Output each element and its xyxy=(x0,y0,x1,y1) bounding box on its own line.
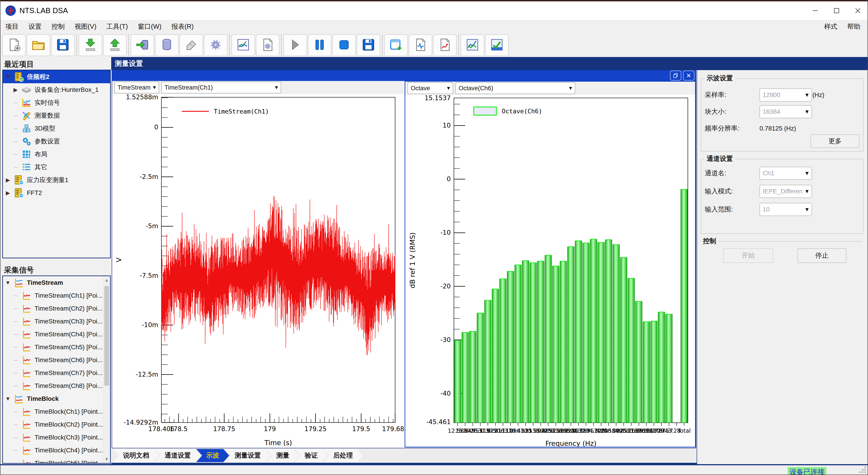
tree-item[interactable]: ─TimeStream(Ch5) [Poi... xyxy=(3,340,103,354)
svg-text:-40: -40 xyxy=(440,390,451,397)
menu-item-4[interactable]: 工具(T) xyxy=(101,20,133,33)
scroll-up-icon[interactable]: ▲ xyxy=(103,276,110,284)
doc-new-icon xyxy=(7,38,21,53)
tab-说明文档[interactable]: 说明文档 xyxy=(113,449,159,462)
svg-text:Frequency (Hz): Frequency (Hz) xyxy=(545,440,596,447)
tree-item[interactable]: ─实时信号 xyxy=(3,96,110,109)
expander-down-icon[interactable]: ▼ xyxy=(3,395,13,402)
tree-item[interactable]: ▼TimeBlock xyxy=(3,392,103,405)
expander-down-icon[interactable]: ▼ xyxy=(3,279,13,286)
scroll-down-icon[interactable]: ▼ xyxy=(103,455,110,463)
menu-item-2[interactable]: 控制 xyxy=(46,20,70,33)
report-chart-button[interactable] xyxy=(433,34,457,56)
tree-item[interactable]: ─TimeStream(Ch6) [Poi... xyxy=(3,354,103,366)
analysis-signal-select[interactable]: Octave(Ch6)▼ xyxy=(456,82,575,94)
tree-item[interactable]: ▼TimeStream xyxy=(3,276,103,289)
time-waveform-chart: 1.52588m0-2.5m-5m-7.5m-10m-12.5m-14.9292… xyxy=(112,94,405,447)
menu-item-6[interactable]: 报表(R) xyxy=(166,20,198,33)
svg-text:Time (s): Time (s) xyxy=(264,439,292,447)
tab-测量设置[interactable]: 测量设置 xyxy=(225,449,271,462)
signal-name-select[interactable]: TimeStream(Ch1)▼ xyxy=(161,82,281,93)
export-button[interactable] xyxy=(103,34,127,56)
tab-通道设置[interactable]: 通道设置 xyxy=(155,449,201,462)
close-button[interactable] xyxy=(847,1,868,20)
mdi-restore-button[interactable] xyxy=(670,70,681,81)
stop-run-button[interactable] xyxy=(332,34,356,56)
tree-item[interactable]: ─TimeStream(Ch3) [Poi... xyxy=(3,315,103,328)
save-project-button[interactable] xyxy=(51,34,74,56)
menu-item-right-0[interactable]: 样式 xyxy=(819,20,842,33)
tree-item[interactable]: ─TimeBlock(Ch5) [Point... xyxy=(3,457,103,463)
svg-text:-45.461: -45.461 xyxy=(426,418,451,426)
tree-item[interactable]: ─TimeStream(Ch4) [Poi... xyxy=(3,328,103,340)
wave-small-icon xyxy=(21,407,32,417)
sample-rate-select[interactable]: 12800▼ xyxy=(760,88,812,101)
octave-chart-pane[interactable]: Octave▼ Octave(Ch6)▼ 15.1537-45.461100-1… xyxy=(405,81,696,447)
more-button[interactable]: 更多 xyxy=(811,135,860,148)
tree-item[interactable]: ─3D模型 xyxy=(3,122,110,135)
menu-item-right-1[interactable]: 帮助 xyxy=(842,20,865,33)
analysis-type-select[interactable]: Octave▼ xyxy=(408,82,453,94)
resize-grip[interactable] xyxy=(859,466,867,474)
menu-item-1[interactable]: 设置 xyxy=(24,20,46,33)
tree-item[interactable]: ─参数设置 xyxy=(3,135,110,148)
tree-item[interactable]: ─TimeBlock(Ch4) [Point... xyxy=(3,444,103,457)
channel-name-select[interactable]: Ch1▼ xyxy=(760,167,812,180)
pause-run-button[interactable] xyxy=(308,34,331,56)
tree-item[interactable]: ─TimeStream(Ch1) [Poi... xyxy=(3,289,103,302)
tree-item[interactable]: ─TimeBlock(Ch3) [Point... xyxy=(3,431,103,444)
wave-small-icon xyxy=(21,342,32,352)
input-range-select[interactable]: 10▼ xyxy=(760,203,812,216)
tree-item[interactable]: ▶设备集合:HunterBox_1 xyxy=(3,83,110,96)
tree-item[interactable]: ▼倍频程2 xyxy=(3,70,110,83)
new-project-button[interactable] xyxy=(2,34,26,56)
signal-setup-button[interactable] xyxy=(231,34,255,56)
chart-confirm-button[interactable] xyxy=(485,34,508,56)
tab-验证[interactable]: 验证 xyxy=(295,449,328,462)
menu-item-5[interactable]: 窗口(W) xyxy=(133,20,166,33)
tab-后处理[interactable]: 后处理 xyxy=(323,449,363,462)
tree-item[interactable]: ─TimeBlock(Ch2) [Point... xyxy=(3,418,103,431)
database-button[interactable] xyxy=(155,34,179,56)
tree-item[interactable]: ─TimeBlock(Ch1) [Point... xyxy=(3,405,103,418)
mdi-close-button[interactable] xyxy=(683,70,694,81)
wave-small-icon xyxy=(21,355,32,365)
chart-view-button[interactable] xyxy=(461,34,484,56)
start-run-button[interactable] xyxy=(283,34,307,56)
maximize-button[interactable] xyxy=(826,1,847,20)
tab-示波[interactable]: 示波 xyxy=(196,449,229,462)
stop-button[interactable]: 停止 xyxy=(798,248,846,263)
menu-item-0[interactable]: 项目 xyxy=(0,20,24,33)
start-button[interactable]: 开始 xyxy=(723,248,773,263)
menu-item-3[interactable]: 视图(V) xyxy=(70,20,101,33)
signals-tree-scrollbar[interactable]: ▲ ▼ xyxy=(103,276,110,463)
signal-doc-button[interactable] xyxy=(409,34,432,56)
scrollbar-thumb[interactable] xyxy=(104,286,109,386)
report-template-button[interactable] xyxy=(256,34,279,56)
mdi-title-bar[interactable] xyxy=(112,70,696,81)
open-project-button[interactable] xyxy=(27,34,50,56)
tab-测量[interactable]: 测量 xyxy=(266,449,299,462)
tree-item[interactable]: ─布局 xyxy=(3,148,110,160)
expander-down-icon[interactable]: ▼ xyxy=(3,74,13,80)
tree-item[interactable]: ─其它 xyxy=(3,160,110,174)
save-data-button[interactable] xyxy=(357,34,380,56)
tree-item[interactable]: ▶应力应变测量1 xyxy=(3,174,110,186)
tree-item[interactable]: ─TimeStream(Ch8) [Poi... xyxy=(3,379,103,392)
expander-right-icon[interactable]: ▶ xyxy=(3,177,13,183)
connect-device-button[interactable] xyxy=(131,34,154,56)
tree-item[interactable]: ─TimeStream(Ch2) [Poi... xyxy=(3,302,103,315)
expander-right-icon[interactable]: ▶ xyxy=(3,190,13,196)
clear-data-button[interactable] xyxy=(180,34,203,56)
import-button[interactable] xyxy=(79,34,102,56)
settings-button[interactable] xyxy=(204,34,227,56)
minimize-button[interactable] xyxy=(805,1,826,20)
block-size-select[interactable]: 16384▼ xyxy=(760,105,812,118)
add-window-button[interactable] xyxy=(384,34,408,56)
tree-item[interactable]: ─TimeStream(Ch7) [Poi... xyxy=(3,366,103,379)
tree-item[interactable]: ▶FFT2 xyxy=(3,186,110,199)
tree-item[interactable]: ─测量数据 xyxy=(3,109,110,122)
signal-type-select[interactable]: TimeStream▼ xyxy=(114,82,159,93)
expander-right-icon[interactable]: ▶ xyxy=(11,87,21,93)
input-mode-select[interactable]: IEPE_Differen▼ xyxy=(760,185,812,198)
